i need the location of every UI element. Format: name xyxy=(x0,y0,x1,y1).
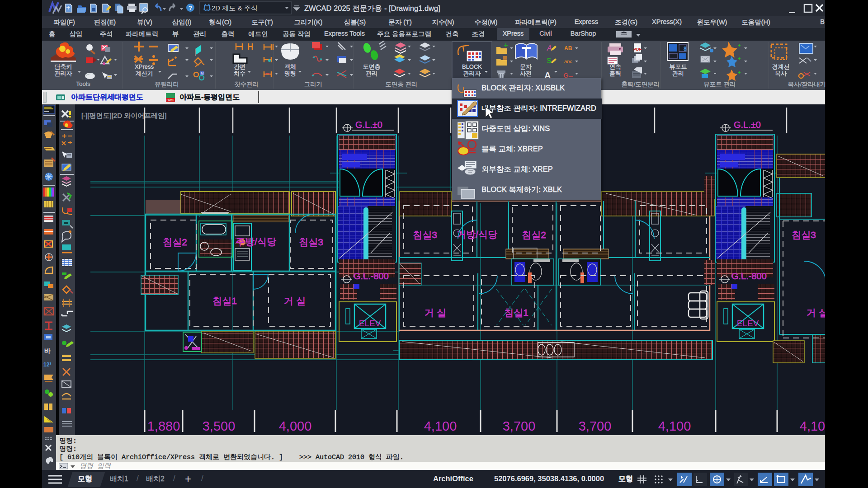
svg-text:침실3: 침실3 xyxy=(792,230,816,240)
svg-text:침실1: 침실1 xyxy=(504,307,528,318)
svg-text:2D 제도 & 주석: 2D 제도 & 주석 xyxy=(212,4,258,12)
svg-text:거 실: 거 실 xyxy=(425,307,446,318)
svg-text:[-][평면도][2D 와이어프레임]: [-][평면도][2D 와이어프레임] xyxy=(81,112,166,119)
svg-text:DWG: DWG xyxy=(166,99,174,102)
svg-text:8: 8 xyxy=(684,46,687,52)
svg-text:바: 바 xyxy=(44,347,51,354)
svg-text:AB: AB xyxy=(564,45,572,52)
svg-text:침실2: 침실2 xyxy=(522,230,546,240)
svg-text:거 실: 거 실 xyxy=(284,296,306,306)
svg-text:G.L.±0: G.L.±0 xyxy=(734,120,761,130)
svg-text:abc: abc xyxy=(564,59,572,64)
svg-text:4,100: 4,100 xyxy=(424,419,457,433)
svg-text:침실2: 침실2 xyxy=(163,237,187,247)
svg-text:3,700: 3,700 xyxy=(579,419,612,433)
svg-text:G.L.±0: G.L.±0 xyxy=(355,120,382,130)
svg-text:M: M xyxy=(201,71,204,75)
svg-text:3,700: 3,700 xyxy=(503,419,536,433)
svg-text:거방/식당: 거방/식당 xyxy=(457,229,497,239)
svg-text:침실1: 침실1 xyxy=(212,296,237,306)
svg-text:3,500: 3,500 xyxy=(203,419,236,433)
svg-text:4,000: 4,000 xyxy=(279,419,312,433)
svg-text:A: A xyxy=(547,44,552,52)
svg-text:4,100: 4,100 xyxy=(658,419,691,433)
svg-text:1,880: 1,880 xyxy=(147,419,180,433)
svg-text:ELEV: ELEV xyxy=(359,319,381,328)
svg-text:거 실: 거 실 xyxy=(807,307,825,318)
svg-text:4,10: 4,10 xyxy=(800,419,825,433)
svg-text:침실3: 침실3 xyxy=(413,230,437,240)
svg-text:PDF: PDF xyxy=(633,47,642,52)
svg-text:침실3: 침실3 xyxy=(299,237,323,247)
svg-text:$: $ xyxy=(547,57,551,65)
svg-text:?: ? xyxy=(189,5,192,11)
svg-text:주방/식당: 주방/식당 xyxy=(236,236,276,247)
svg-text:12³: 12³ xyxy=(43,361,51,368)
svg-text:G.L.-800: G.L.-800 xyxy=(354,271,389,281)
